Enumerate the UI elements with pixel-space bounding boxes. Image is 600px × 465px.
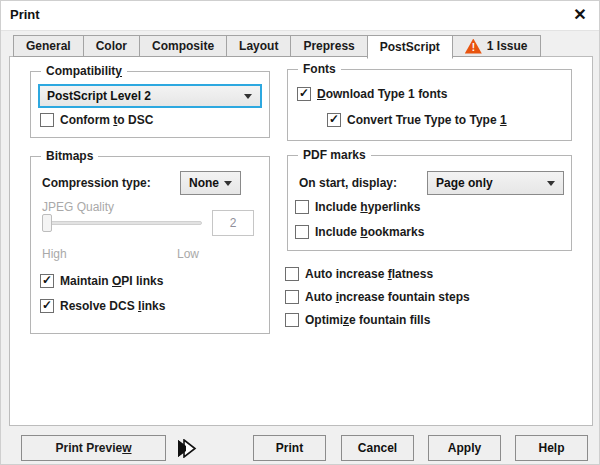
- download-type1-checkbox[interactable]: [297, 87, 311, 101]
- on-start-display-label: On start, display:: [299, 176, 397, 190]
- close-icon[interactable]: ✕: [569, 4, 591, 26]
- tab-strip: General Color Composite Layout Prepress …: [13, 35, 540, 59]
- tab-color[interactable]: Color: [83, 35, 140, 57]
- pdf-marks-group-title: PDF marks: [298, 148, 371, 162]
- compatibility-group-title: Compatibility: [41, 64, 127, 78]
- window-title: Print: [10, 7, 40, 22]
- maintain-opi-checkbox[interactable]: [40, 274, 54, 288]
- tab-layout[interactable]: Layout: [226, 35, 291, 57]
- tab-content-pane: Compatibility PostScript Level 2 Conform…: [9, 56, 593, 426]
- optimize-fountain-fills-label: Optimize fountain fills: [305, 313, 430, 327]
- help-button[interactable]: Help: [515, 435, 588, 461]
- convert-truetype-checkbox[interactable]: [327, 113, 341, 127]
- jpeg-quality-label: JPEG Quality: [42, 200, 114, 214]
- quality-low-label: Low: [177, 247, 199, 261]
- auto-increase-fountain-steps-checkbox[interactable]: [285, 290, 299, 304]
- include-bookmarks-checkbox[interactable]: [295, 225, 309, 239]
- auto-increase-flatness-label: Auto increase flatness: [305, 267, 433, 281]
- print-dialog: Print ✕ General Color Composite Layout P…: [0, 0, 600, 465]
- include-hyperlinks-label: Include hyperlinks: [315, 200, 420, 214]
- fonts-group: Fonts: [287, 69, 572, 141]
- apply-button[interactable]: Apply: [428, 435, 501, 461]
- on-start-display-dropdown[interactable]: Page only: [427, 171, 564, 195]
- jpeg-quality-slider-track: [42, 221, 202, 225]
- tab-postscript[interactable]: PostScript: [367, 35, 453, 59]
- resolve-dcs-label: Resolve DCS links: [60, 299, 165, 313]
- compression-type-dropdown[interactable]: None: [180, 171, 241, 195]
- cancel-button[interactable]: Cancel: [341, 435, 414, 461]
- conform-to-dsc-checkbox[interactable]: [40, 113, 54, 127]
- include-hyperlinks-checkbox[interactable]: [295, 200, 309, 214]
- auto-increase-flatness-checkbox[interactable]: [285, 267, 299, 281]
- tab-general[interactable]: General: [13, 35, 84, 57]
- expand-preview-arrow-icon[interactable]: [176, 439, 198, 458]
- tab-composite[interactable]: Composite: [139, 35, 227, 57]
- chevron-down-icon: [244, 94, 252, 99]
- title-bar: Print ✕: [1, 1, 599, 30]
- bitmaps-group-title: Bitmaps: [41, 149, 98, 163]
- compression-type-label: Compression type:: [42, 176, 151, 190]
- print-preview-button[interactable]: Print Preview: [21, 435, 166, 461]
- warning-icon: !: [465, 39, 482, 54]
- chevron-down-icon: [547, 181, 555, 186]
- tab-issues[interactable]: ! 1 Issue: [452, 35, 541, 57]
- optimize-fountain-fills-checkbox[interactable]: [285, 313, 299, 327]
- jpeg-quality-value[interactable]: 2: [212, 210, 254, 236]
- include-bookmarks-label: Include bookmarks: [315, 225, 424, 239]
- print-button[interactable]: Print: [253, 435, 326, 461]
- tab-prepress[interactable]: Prepress: [290, 35, 367, 57]
- auto-increase-fountain-steps-label: Auto increase fountain steps: [305, 290, 470, 304]
- jpeg-quality-slider-handle[interactable]: [42, 214, 52, 232]
- maintain-opi-label: Maintain OPI links: [60, 274, 163, 288]
- resolve-dcs-checkbox[interactable]: [40, 299, 54, 313]
- dialog-body: General Color Composite Layout Prepress …: [1, 30, 599, 465]
- quality-high-label: High: [42, 247, 67, 261]
- download-type1-label: Download Type 1 fonts: [317, 87, 447, 101]
- convert-truetype-label: Convert True Type to Type 1: [347, 113, 507, 127]
- conform-to-dsc-label: Conform to DSC: [60, 113, 153, 127]
- compatibility-dropdown[interactable]: PostScript Level 2: [38, 84, 262, 108]
- fonts-group-title: Fonts: [298, 62, 341, 76]
- chevron-down-icon: [224, 181, 232, 186]
